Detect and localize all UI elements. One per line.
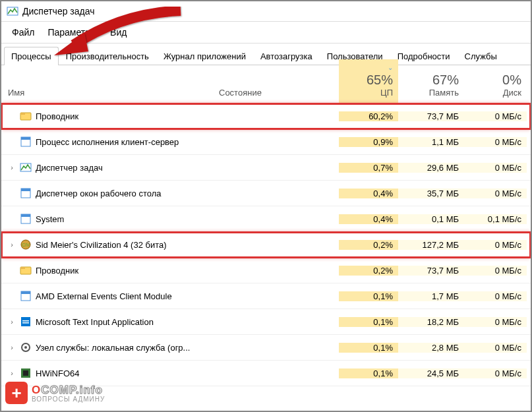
cell-memory: 1,1 МБ bbox=[398, 137, 464, 147]
process-name: Узел службы: локальная служба (огр... bbox=[36, 343, 190, 353]
svg-rect-8 bbox=[21, 189, 30, 191]
tabbar: Процессы Производительность Журнал прило… bbox=[1, 46, 531, 65]
table-row[interactable]: AMD External Events Client Module0,1%1,7… bbox=[1, 283, 531, 309]
plus-icon: + bbox=[5, 382, 28, 404]
cell-disk: 0 МБ/с bbox=[464, 291, 527, 301]
table-row[interactable]: ›Microsoft Text Input Application0,1%18,… bbox=[1, 309, 531, 335]
svg-rect-3 bbox=[20, 113, 25, 115]
tab-processes[interactable]: Процессы bbox=[4, 47, 59, 65]
cell-memory: 1,7 МБ bbox=[398, 291, 464, 301]
cell-cpu: 0,1% bbox=[339, 368, 398, 378]
process-name: Проводник bbox=[36, 266, 78, 276]
menu-file[interactable]: Файл bbox=[7, 24, 40, 40]
svg-rect-10 bbox=[21, 214, 30, 217]
tab-services[interactable]: Службы bbox=[458, 47, 504, 65]
cell-disk: 0 МБ/с bbox=[464, 368, 527, 378]
cell-cpu: 0,1% bbox=[339, 343, 398, 353]
column-memory[interactable]: 67% Память bbox=[398, 70, 464, 103]
process-icon bbox=[20, 187, 32, 199]
svg-rect-17 bbox=[21, 317, 30, 326]
svg-rect-23 bbox=[23, 370, 28, 376]
cell-disk: 0 МБ/с bbox=[464, 240, 527, 250]
table-row[interactable]: ›Узел службы: локальная служба (огр...0,… bbox=[1, 335, 531, 361]
cell-memory: 2,8 МБ bbox=[398, 343, 464, 353]
column-name[interactable]: Имя bbox=[1, 85, 214, 103]
column-disk[interactable]: 0% Диск bbox=[464, 70, 527, 103]
watermark: + OCOMP.info ВОПРОСЫ АДМИНУ bbox=[5, 382, 105, 404]
table-row[interactable]: Диспетчер окон рабочего стола0,4%35,7 МБ… bbox=[1, 181, 531, 206]
tab-app-history[interactable]: Журнал приложений bbox=[156, 47, 253, 65]
cell-name: ›CIVSid Meier's Civilization 4 (32 бита) bbox=[1, 239, 214, 250]
table-row[interactable]: System0,4%0,1 МБ0,1 МБ/с bbox=[1, 206, 531, 232]
expand-chevron-icon[interactable]: › bbox=[8, 163, 16, 171]
process-name: Sid Meier's Civilization 4 (32 бита) bbox=[36, 240, 167, 250]
process-name: Процесс исполнения клиент-сервер bbox=[36, 137, 179, 147]
menu-options[interactable]: Параметры bbox=[42, 24, 102, 40]
tab-performance[interactable]: Производительность bbox=[59, 47, 156, 65]
cell-cpu: 0,1% bbox=[339, 291, 398, 301]
process-name: HWiNFO64 bbox=[36, 368, 79, 378]
table-header: Имя Состояние ⌄ 65% ЦП 67% Память 0% Дис… bbox=[1, 65, 531, 103]
expand-chevron-icon[interactable]: › bbox=[8, 241, 16, 249]
cell-memory: 18,2 МБ bbox=[398, 317, 464, 327]
process-name: Проводник bbox=[36, 111, 78, 121]
column-status[interactable]: Состояние bbox=[214, 85, 339, 103]
cell-cpu: 60,2% bbox=[339, 111, 398, 121]
table-row[interactable]: Процесс исполнения клиент-сервер0,9%1,1 … bbox=[1, 129, 531, 155]
table-body: Проводник60,2%73,7 МБ0 МБ/сПроцесс испол… bbox=[1, 103, 531, 386]
process-icon bbox=[20, 316, 32, 328]
cell-name: Проводник bbox=[1, 110, 214, 122]
process-name: Диспетчер задач bbox=[36, 163, 103, 173]
table-row[interactable]: ›CIVSid Meier's Civilization 4 (32 бита)… bbox=[1, 232, 531, 258]
cell-cpu: 0,2% bbox=[339, 266, 398, 276]
cell-name: ›Microsoft Text Input Application bbox=[1, 316, 214, 328]
cell-memory: 73,7 МБ bbox=[398, 111, 464, 121]
cell-memory: 24,5 МБ bbox=[398, 368, 464, 378]
process-name: System bbox=[36, 214, 64, 224]
cell-cpu: 0,9% bbox=[339, 137, 398, 147]
cell-name: System bbox=[1, 213, 214, 225]
expand-chevron-icon[interactable]: › bbox=[8, 343, 16, 351]
tab-details[interactable]: Подробности bbox=[390, 47, 458, 65]
cell-memory: 29,6 МБ bbox=[398, 163, 464, 173]
expand-chevron-icon[interactable]: › bbox=[8, 369, 16, 377]
cell-name: Диспетчер окон рабочего стола bbox=[1, 187, 214, 199]
svg-rect-19 bbox=[22, 322, 29, 324]
cell-name: ›Диспетчер задач bbox=[1, 162, 214, 173]
process-icon bbox=[20, 110, 32, 122]
column-cpu[interactable]: ⌄ 65% ЦП bbox=[339, 59, 398, 103]
sort-indicator-icon: ⌄ bbox=[388, 64, 393, 71]
table-row[interactable]: ›Диспетчер задач0,7%29,6 МБ0 МБ/с bbox=[1, 155, 531, 181]
window-title: Диспетчер задач bbox=[22, 6, 95, 16]
tab-startup[interactable]: Автозагрузка bbox=[253, 47, 320, 65]
svg-point-21 bbox=[24, 346, 27, 349]
cell-disk: 0 МБ/с bbox=[464, 317, 527, 327]
cell-cpu: 0,4% bbox=[339, 189, 398, 198]
cell-disk: 0 МБ/с bbox=[464, 163, 527, 173]
table-row[interactable]: Проводник60,2%73,7 МБ0 МБ/с bbox=[1, 103, 531, 129]
process-icon bbox=[20, 162, 32, 173]
process-icon: CIV bbox=[20, 239, 32, 250]
svg-text:CIV: CIV bbox=[22, 243, 30, 247]
expand-chevron-icon[interactable]: › bbox=[8, 318, 16, 326]
process-icon bbox=[20, 136, 32, 148]
cell-name: ›Узел службы: локальная служба (огр... bbox=[1, 341, 214, 353]
menu-view[interactable]: Вид bbox=[105, 24, 132, 40]
process-name: AMD External Events Client Module bbox=[36, 291, 172, 301]
table-row[interactable]: Проводник0,2%73,7 МБ0 МБ/с bbox=[1, 258, 531, 283]
svg-rect-16 bbox=[21, 291, 30, 294]
process-icon bbox=[20, 290, 32, 302]
cell-memory: 35,7 МБ bbox=[398, 189, 464, 198]
process-icon bbox=[20, 213, 32, 225]
menubar: Файл Параметры Вид bbox=[1, 22, 531, 44]
task-manager-window: Диспетчер задач Файл Параметры Вид Проце… bbox=[0, 0, 532, 412]
cell-name: Процесс исполнения клиент-сервер bbox=[1, 136, 214, 148]
process-name: Microsoft Text Input Application bbox=[36, 317, 154, 327]
cell-name: Проводник bbox=[1, 264, 214, 276]
process-icon bbox=[20, 341, 32, 353]
cell-cpu: 0,1% bbox=[339, 317, 398, 327]
svg-rect-18 bbox=[22, 320, 29, 322]
process-name: Диспетчер окон рабочего стола bbox=[36, 189, 162, 198]
process-table: Имя Состояние ⌄ 65% ЦП 67% Память 0% Дис… bbox=[1, 65, 531, 386]
cell-disk: 0 МБ/с bbox=[464, 111, 527, 121]
